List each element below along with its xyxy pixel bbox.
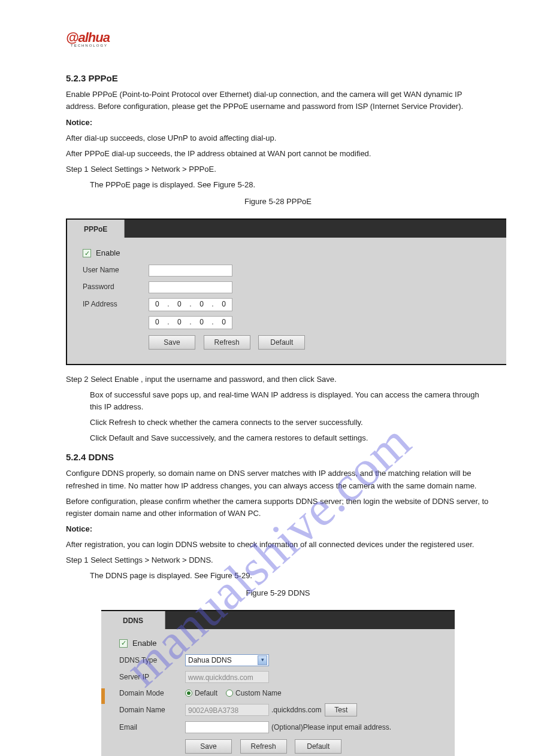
notice-label: Notice:	[66, 117, 490, 129]
domainname-input: 9002A9BA3738	[185, 704, 269, 716]
domain-suffix: .quickddns.com	[271, 705, 321, 716]
pppoe-step1: Step 1 Select Settings > Network > PPPoE…	[66, 163, 490, 175]
ip-label: IP Address	[83, 299, 149, 310]
pppoe-step2-a3: Click Default and Save successively, and…	[90, 432, 490, 444]
notice-label-2: Notice:	[66, 523, 490, 535]
ip-address-1[interactable]: 0. 0. 0. 0	[149, 298, 232, 311]
ddns-notice: After registration, you can login DDNS w…	[66, 539, 490, 551]
enable-checkbox[interactable]: ✓	[83, 249, 91, 257]
enable-label: Enable	[96, 247, 120, 259]
ddns-save-button[interactable]: Save	[185, 739, 232, 754]
pppoe-desc: Enable PPPoE (Point-to-Point Protocol ov…	[66, 89, 490, 113]
save-button[interactable]: Save	[149, 335, 195, 350]
chevron-down-icon: ▾	[258, 655, 267, 665]
panel-header: PPPoE	[67, 220, 506, 238]
password-label: Password	[83, 281, 149, 293]
ip-address-2[interactable]: 0. 0. 0. 0	[149, 316, 232, 329]
username-input[interactable]	[149, 265, 232, 277]
pppoe-step2-a2: Click Refresh to check whether the camer…	[90, 417, 490, 429]
domainmode-label: Domain Mode	[119, 688, 185, 699]
radio-default-label: Default	[195, 688, 217, 699]
serverip-input: www.quickddns.com	[185, 671, 269, 683]
ddns-panel: DDNS ✓ Enable DDNS Type Dahua DDNS ▾ Ser…	[101, 610, 455, 756]
default-button[interactable]: Default	[258, 335, 305, 350]
radio-custom-label: Custom Name	[235, 688, 282, 699]
pppoe-notice-2: After PPPoE dial-up succeeds, the IP add…	[66, 148, 490, 160]
refresh-button[interactable]: Refresh	[204, 335, 250, 350]
email-hint: (Optional)Please input email address.	[271, 722, 391, 733]
ddns-refresh-button[interactable]: Refresh	[240, 739, 287, 754]
ddns-enable-label: Enable	[132, 637, 156, 649]
panel-edge-accent	[101, 688, 105, 704]
email-label: Email	[119, 722, 185, 733]
username-label: User Name	[83, 265, 149, 276]
panel-header-ddns: DDNS	[101, 611, 455, 629]
password-input[interactable]	[149, 281, 232, 293]
radio-custom[interactable]	[226, 690, 233, 697]
ddns-step1: Step 1 Select Settings > Network > DDNS.	[66, 554, 490, 566]
pppoe-notice-1: After dial-up succeeds, close UPnP to av…	[66, 132, 490, 144]
fig-caption-ddns: Figure 5-29 DDNS	[66, 587, 490, 599]
heading-ddns: 5.2.4 DDNS	[66, 450, 490, 464]
tab-pppoe[interactable]: PPPoE	[67, 220, 125, 238]
ddns-type-select[interactable]: Dahua DDNS ▾	[185, 654, 269, 666]
pppoe-step2: Step 2 Select Enable , input the usernam…	[66, 374, 490, 385]
serverip-label: Server IP	[119, 672, 185, 683]
radio-default[interactable]	[185, 690, 192, 697]
domainname-label: Domain Name	[119, 705, 185, 716]
ddns-desc1: Configure DDNS properly, so domain name …	[66, 467, 490, 491]
brand-logo: @alhua TECHNOLOGY	[66, 30, 490, 47]
tab-ddns[interactable]: DDNS	[101, 611, 165, 629]
fig-caption-pppoe: Figure 5-28 PPPoE	[66, 196, 490, 208]
email-input[interactable]	[185, 721, 269, 733]
pppoe-step1-after: The PPPoE page is displayed. See Figure …	[90, 179, 490, 191]
ddns-step1-after: The DDNS page is displayed. See Figure 5…	[90, 570, 490, 582]
pppoe-panel: PPPoE ✓ Enable User Name Password IP Add…	[66, 218, 506, 365]
ddns-type-label: DDNS Type	[119, 655, 185, 666]
ddns-default-button[interactable]: Default	[295, 739, 341, 754]
ddns-enable-checkbox[interactable]: ✓	[119, 639, 128, 648]
heading-pppoe: 5.2.3 PPPoE	[66, 71, 490, 85]
ddns-desc2: Before configuration, please confirm whe…	[66, 496, 490, 520]
test-button[interactable]: Test	[325, 703, 357, 716]
pppoe-step2-a1: Box of successful save pops up, and real…	[90, 389, 490, 413]
